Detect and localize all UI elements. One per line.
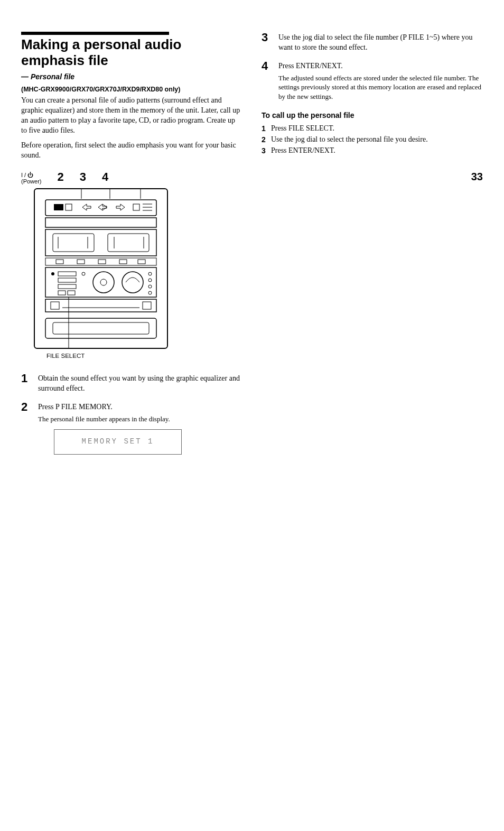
svg-point-25 bbox=[148, 291, 152, 294]
page-title: Making a personal audio emphasis file bbox=[21, 37, 242, 69]
svg-rect-13 bbox=[56, 260, 63, 264]
svg-rect-3 bbox=[133, 204, 139, 210]
step-subtext: The adjusted sound effects are stored un… bbox=[278, 73, 483, 101]
callup-heading: To call up the personal file bbox=[262, 110, 483, 121]
lcd-display: MEMORY SET 1 bbox=[54, 429, 182, 455]
svg-rect-33 bbox=[45, 299, 156, 312]
step-number: 3 bbox=[262, 32, 272, 53]
list-text: Press FILE SELECT. bbox=[271, 124, 334, 134]
list-num: 3 bbox=[262, 146, 268, 156]
svg-rect-15 bbox=[98, 260, 106, 264]
svg-rect-31 bbox=[68, 291, 75, 295]
svg-rect-27 bbox=[58, 272, 76, 276]
stereo-diagram bbox=[34, 188, 168, 349]
svg-rect-35 bbox=[143, 302, 151, 309]
stereo-svg bbox=[35, 189, 167, 348]
callout-3: 3 bbox=[80, 169, 86, 185]
svg-rect-38 bbox=[53, 322, 149, 334]
svg-point-20 bbox=[100, 279, 107, 285]
svg-point-23 bbox=[148, 279, 152, 282]
svg-rect-1 bbox=[54, 204, 63, 210]
svg-point-24 bbox=[148, 285, 152, 288]
svg-rect-16 bbox=[119, 260, 127, 264]
svg-rect-29 bbox=[58, 284, 76, 289]
title-rule bbox=[21, 32, 169, 35]
list-item: 1 Press FILE SELECT. bbox=[262, 124, 483, 134]
step-2: 2 Press P FILE MEMORY. The personal file… bbox=[21, 401, 242, 454]
file-select-label: FILE SELECT bbox=[46, 352, 242, 361]
step-4: 4 Press ENTER/NEXT. The adjusted sound e… bbox=[262, 60, 483, 101]
svg-point-32 bbox=[82, 272, 85, 275]
list-item: 2 Use the jog dial to select the persona… bbox=[262, 135, 483, 145]
svg-rect-14 bbox=[77, 260, 85, 264]
intro-2: Before operation, first select the audio… bbox=[21, 141, 242, 161]
callout-2: 2 bbox=[58, 169, 64, 185]
page-number: 33 bbox=[262, 170, 483, 184]
list-num: 1 bbox=[262, 124, 268, 134]
svg-rect-17 bbox=[138, 260, 145, 264]
svg-point-22 bbox=[148, 272, 152, 275]
diagram-top-labels: I / ⏻ (Power) 2 3 4 bbox=[21, 169, 242, 185]
callup-list: 1 Press FILE SELECT. 2 Use the jog dial … bbox=[262, 124, 483, 156]
power-label: I / ⏻ (Power) bbox=[21, 172, 42, 185]
svg-point-26 bbox=[51, 272, 54, 275]
svg-rect-2 bbox=[66, 204, 72, 210]
step-number: 1 bbox=[21, 373, 32, 394]
svg-rect-34 bbox=[51, 302, 59, 309]
list-item: 3 Press ENTER/NEXT. bbox=[262, 146, 483, 156]
model-note: (MHC-GRX9900/GRX70/GRX70J/RXD9/RXD80 onl… bbox=[21, 85, 242, 94]
step-text: Press ENTER/NEXT. bbox=[278, 62, 343, 70]
step-subtext: The personal file number appears in the … bbox=[38, 414, 242, 424]
list-num: 2 bbox=[262, 135, 268, 145]
svg-point-19 bbox=[93, 272, 114, 293]
step-number: 4 bbox=[262, 60, 272, 101]
svg-rect-28 bbox=[58, 278, 76, 282]
step-3: 3 Use the jog dial to select the file nu… bbox=[262, 32, 483, 53]
step-text: Press P FILE MEMORY. bbox=[38, 403, 113, 411]
svg-rect-12 bbox=[45, 258, 156, 265]
list-text: Use the jog dial to select the personal … bbox=[271, 135, 428, 145]
svg-point-21 bbox=[122, 272, 143, 293]
intro-1: You can create a personal file of audio … bbox=[21, 96, 242, 136]
svg-rect-37 bbox=[45, 318, 156, 338]
step-text: Obtain the sound effect you want by usin… bbox=[38, 374, 240, 392]
callout-4: 4 bbox=[102, 169, 108, 185]
list-text: Press ENTER/NEXT. bbox=[271, 146, 335, 156]
svg-rect-4 bbox=[45, 218, 156, 227]
svg-rect-30 bbox=[58, 291, 66, 295]
subtitle: — Personal file bbox=[21, 72, 242, 82]
step-text: Use the jog dial to select the file numb… bbox=[278, 33, 472, 51]
step-1: 1 Obtain the sound effect you want by us… bbox=[21, 373, 242, 394]
step-number: 2 bbox=[21, 401, 32, 454]
